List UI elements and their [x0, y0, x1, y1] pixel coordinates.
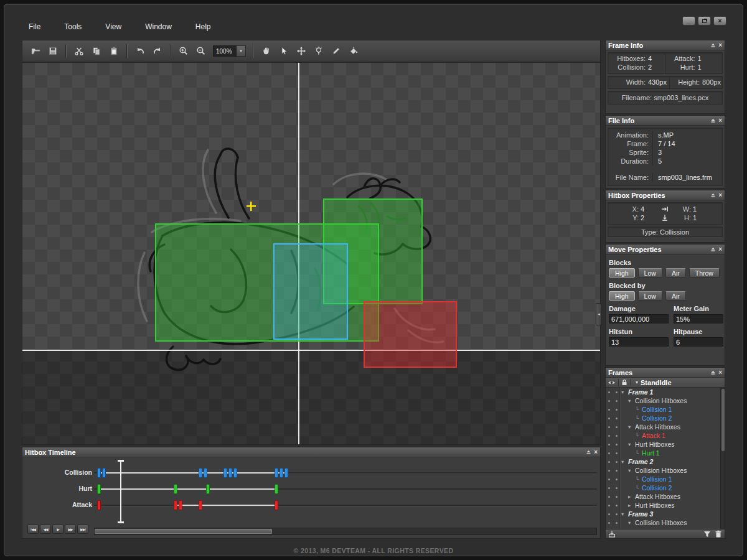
delete-frame-button[interactable]	[715, 530, 722, 538]
zoom-in-button[interactable]	[176, 43, 192, 59]
menu-window[interactable]: Window	[143, 21, 174, 33]
timeline-marker-attack[interactable]	[199, 500, 202, 510]
lock-toggle-dot[interactable]	[616, 418, 618, 419]
tree-expander-icon[interactable]: ▾	[621, 459, 628, 465]
copy-button[interactable]	[88, 43, 105, 59]
lock-toggle-dot[interactable]	[616, 496, 618, 498]
menu-tools[interactable]: Tools	[62, 21, 84, 33]
timeline-marker-hurt[interactable]	[275, 484, 278, 494]
close-button[interactable]: ×	[713, 16, 726, 26]
tree-expander-icon[interactable]: ▾	[628, 467, 635, 474]
visibility-toggle-dot[interactable]	[608, 487, 610, 489]
visibility-toggle-dot[interactable]	[608, 496, 610, 498]
panel-close-button[interactable]: ×	[718, 42, 722, 49]
tree-expander-icon[interactable]: ▾	[628, 520, 635, 526]
timeline-marker-collision[interactable]	[284, 468, 288, 478]
blocks-air-button[interactable]: Air	[665, 268, 686, 278]
timeline-track-attack[interactable]	[94, 499, 597, 511]
visibility-toggle-dot[interactable]	[608, 391, 610, 393]
panel-collapse-button[interactable]	[585, 449, 592, 455]
animation-root-label[interactable]: StandIdle	[641, 379, 672, 386]
playhead[interactable]	[120, 461, 121, 522]
lock-toggle-dot[interactable]	[616, 444, 618, 446]
tree-expander-icon[interactable]: ▾	[628, 398, 635, 404]
play-button[interactable]: ▶	[52, 525, 63, 534]
tree-root-expander-icon[interactable]: ▾	[636, 380, 638, 385]
timeline-marker-hurt[interactable]	[97, 484, 101, 494]
tree-expander-icon[interactable]: ▾	[621, 389, 628, 395]
panel-collapse-button[interactable]	[710, 246, 716, 253]
tree-item-frame-2[interactable]: ▾Frame 2	[621, 457, 720, 466]
open-file-button[interactable]	[27, 43, 44, 59]
panel-close-button[interactable]: ×	[718, 246, 722, 253]
lock-toggle-dot[interactable]	[616, 461, 618, 463]
timeline-marker-collision[interactable]	[280, 468, 283, 478]
redo-button[interactable]	[149, 43, 166, 59]
damage-input[interactable]	[609, 314, 669, 324]
undo-button[interactable]	[132, 43, 148, 59]
lock-toggle-dot[interactable]	[616, 505, 618, 506]
visibility-toggle-dot[interactable]	[608, 409, 610, 411]
visibility-toggle-dot[interactable]	[608, 452, 610, 454]
panel-collapse-button[interactable]	[710, 117, 716, 124]
sidebar-collapse-handle[interactable]: ◂	[596, 303, 602, 325]
snap-right-button[interactable]	[655, 206, 674, 212]
tree-item-collision-2[interactable]: └Collision 2	[621, 414, 720, 422]
timeline-marker-hurt[interactable]	[206, 484, 210, 494]
frames-scrollbar-thumb[interactable]	[721, 389, 725, 451]
timeline-marker-hurt[interactable]	[174, 484, 177, 494]
lock-toggle-dot[interactable]	[616, 400, 618, 402]
timeline-marker-collision[interactable]	[275, 468, 278, 478]
panel-collapse-button[interactable]	[710, 369, 716, 376]
timeline-marker-collision[interactable]	[233, 468, 237, 478]
zoom-dropdown-button[interactable]: ▾	[237, 45, 246, 57]
skip-to-end-button[interactable]: ▶▶|	[77, 525, 88, 534]
visibility-toggle-dot[interactable]	[608, 400, 610, 402]
zoom-out-button[interactable]	[193, 43, 209, 59]
visibility-toggle-dot[interactable]	[608, 426, 610, 428]
filter-frames-button[interactable]	[703, 531, 711, 538]
sprite-canvas[interactable]	[22, 62, 601, 445]
blocked-by-low-button[interactable]: Low	[638, 291, 662, 301]
timeline-track-collision[interactable]	[94, 467, 597, 479]
skip-to-start-button[interactable]: |◀◀	[27, 525, 39, 534]
visibility-toggle-dot[interactable]	[608, 435, 610, 437]
tree-expander-icon[interactable]: ▾	[628, 424, 635, 430]
tree-item-frame-3[interactable]: ▾Frame 3	[621, 510, 720, 518]
timeline-marker-attack[interactable]	[275, 500, 278, 510]
visibility-toggle-dot[interactable]	[608, 461, 610, 463]
tree-item-attack-1[interactable]: └Attack 1	[621, 431, 720, 440]
lock-toggle-dot[interactable]	[616, 470, 618, 472]
timeline-marker-attack[interactable]	[174, 500, 177, 510]
lock-toggle-dot[interactable]	[616, 487, 618, 489]
menu-view[interactable]: View	[103, 21, 124, 33]
tree-item-collision-hitboxes[interactable]: ▾Collision Hitboxes	[621, 518, 720, 527]
tree-item-hurt-1[interactable]: └Hurt 1	[621, 449, 720, 457]
blocks-throw-button[interactable]: Throw	[689, 268, 720, 278]
menu-help[interactable]: Help	[193, 21, 214, 33]
panel-close-button[interactable]: ×	[718, 192, 722, 198]
tree-item-collision-hitboxes[interactable]: ▾Collision Hitboxes	[621, 396, 720, 405]
meter-gain-input[interactable]	[674, 314, 723, 324]
restore-button[interactable]	[698, 16, 711, 26]
tree-expander-icon[interactable]: ▾	[621, 511, 628, 517]
tree-item-attack-hitboxes[interactable]: ▸Attack Hitboxes	[621, 492, 720, 501]
tree-expander-icon[interactable]: ▾	[628, 441, 635, 447]
panel-collapse-button[interactable]	[710, 192, 716, 198]
move-tool-button[interactable]	[293, 43, 309, 59]
blocks-high-button[interactable]: High	[609, 268, 635, 278]
panel-close-button[interactable]: ×	[718, 118, 722, 124]
snap-bottom-button[interactable]	[655, 214, 674, 222]
cut-button[interactable]	[71, 43, 87, 59]
visibility-toggle-dot[interactable]	[608, 418, 610, 419]
draw-tool-button[interactable]	[328, 43, 344, 59]
step-back-button[interactable]: ◀◀	[40, 525, 51, 534]
blocked-by-air-button[interactable]: Air	[665, 291, 686, 301]
timeline-marker-collision[interactable]	[204, 468, 207, 478]
visibility-toggle-dot[interactable]	[608, 444, 610, 446]
zoom-level-value[interactable]: 100%	[213, 45, 237, 57]
lock-toggle-dot[interactable]	[616, 435, 618, 437]
tree-item-collision-1[interactable]: └Collision 1	[621, 405, 720, 414]
panel-close-button[interactable]: ×	[718, 370, 722, 376]
minimize-button[interactable]: _	[682, 16, 695, 26]
